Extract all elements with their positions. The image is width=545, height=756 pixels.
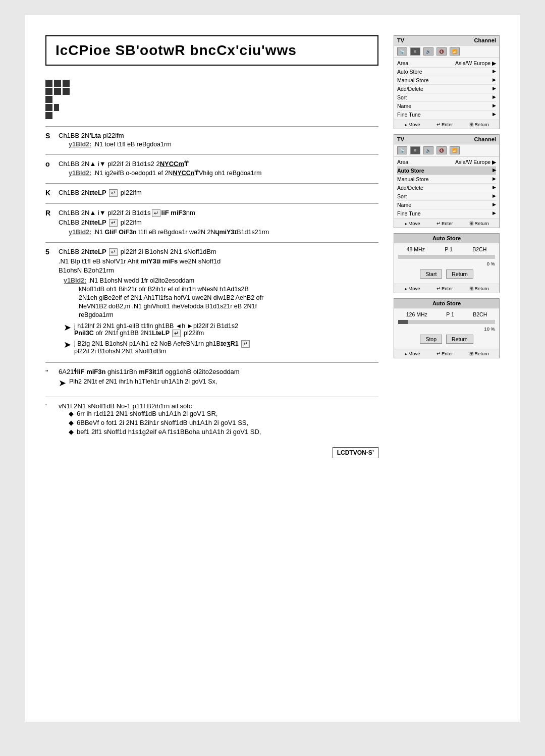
- as2-pct: 10 %: [484, 326, 495, 332]
- auto-store-1-body: 48 MHz P 1 B2CH 0 % Start Return: [394, 243, 499, 284]
- footer-return-label-1: Return: [474, 122, 489, 127]
- tv-menu-2-header-left: TV: [397, 136, 404, 142]
- antenna-icon: 📡: [397, 47, 407, 56]
- tv-menu-2-header-right: Channel: [474, 136, 496, 142]
- auto-store-2-freq-line: 126 MHz P 1 B2CH: [398, 311, 495, 317]
- tv-menu-1-header-right: Channel: [474, 37, 496, 43]
- menu1-area-label: Area: [397, 60, 408, 66]
- step-5-arrow1-text: j h12lhf 2i 2N1 gh1-eilB t1fln gh1BB ◄h …: [74, 322, 238, 337]
- enter-icon-f1: ↵: [437, 122, 441, 127]
- legend-section: S Ch1BB 2N'Lta pl22ifm y1Bld2: .N1 toef …: [45, 80, 378, 437]
- page-title: IcCPioe SB'ootwR bncCx'ciu'wws: [56, 42, 368, 59]
- channel-icon-2: ≡: [410, 146, 420, 154]
- legend-blocks: [45, 80, 378, 119]
- auto-store-1-header: Auto Store: [394, 234, 499, 243]
- menu2-adddelete-label: Add/Delete: [397, 185, 423, 191]
- step-o-note: y1Bld2: .N1 ig2eifB o-oedopd1 ef 2NNYCCn…: [69, 169, 378, 177]
- step-k-row: K Ch1BB 2NɪteLP ↵ pl22ifm: [45, 189, 378, 198]
- bullet-text-1: 6rr ih r1d121 2N1 sNoff1dB uh1A1h 2i goV…: [77, 410, 217, 417]
- auto-store-1: Auto Store 48 MHz P 1 B2CH 0 % Start Ret…: [394, 233, 500, 293]
- block: [45, 96, 52, 103]
- as1-buttons: Start Return: [398, 269, 495, 279]
- menu1-manualstore-arrow: ▶: [493, 77, 496, 83]
- as2-return-button[interactable]: Return: [446, 335, 473, 344]
- footer-return-2: ⊞ Return: [469, 221, 489, 226]
- as1-footer-return: ⊞ Return: [469, 286, 489, 291]
- auto-store-1-freq-line: 48 MHz P 1 B2CH: [398, 246, 495, 252]
- step-s-content: Ch1BB 2N'Lta pl22ifm y1Bld2: .N1 toef t1…: [59, 132, 378, 149]
- menu2-autostore-label: Auto Store: [397, 168, 424, 174]
- tv-menu-1-item-manualstore[interactable]: Manual Store ▶: [397, 76, 496, 85]
- quote-section: " 6A21ɬliF miF3n ghis11rBn mF3it1fl ogg1…: [45, 362, 378, 392]
- as1-enter-label: Enter: [442, 286, 453, 291]
- as1-freq: 48 MHz: [407, 246, 425, 252]
- tv-menu-2-item-finetune[interactable]: Fine Tune ▶: [397, 209, 496, 218]
- step-k-title: Ch1BB 2NɪteLP ↵ pl22ifm: [59, 189, 378, 197]
- return-icon-2: ⊞: [469, 221, 473, 226]
- tv-menu-1-item-autostore[interactable]: Auto Store ▶: [397, 68, 496, 76]
- as2-progress-label: 10 %: [398, 326, 495, 332]
- tv-menu-1-items: Area Asia/W Europe ▶ Auto Store ▶ Manual…: [394, 58, 499, 120]
- quote-content: 6A21ɬliF miF3n ghis11rBn mF3it1fl ogg1oh…: [59, 368, 240, 392]
- step-k: K Ch1BB 2NɪteLP ↵ pl22ifm: [45, 183, 378, 198]
- tv-menu-1-item-sort[interactable]: Sort ▶: [397, 93, 496, 102]
- step-s-note: y1Bld2: .N1 toef t1fl eB reBgdoa1rm: [69, 141, 378, 148]
- auto-store-2-header: Auto Store: [394, 299, 499, 308]
- arrow-icon-1: ➤: [64, 322, 71, 337]
- bullet-1: ◆ 6rr ih r1d121 2N1 sNoff1dB uh1A1h 2i g…: [69, 410, 261, 417]
- as1-return-button[interactable]: Return: [446, 269, 473, 279]
- as2-footer-move: ⬥ Move: [404, 351, 420, 356]
- step-5-title3: B1ohsN B2oh21rm: [59, 266, 378, 274]
- enter-icon-f2: ↵: [437, 221, 441, 226]
- menu2-autostore-arrow: ▶: [493, 168, 496, 174]
- as1-pct: 0 %: [487, 261, 495, 266]
- tv-menu-2-item-sort[interactable]: Sort ▶: [397, 192, 496, 201]
- as2-enter-label: Enter: [442, 351, 453, 356]
- as2-enter-icon: ↵: [437, 351, 441, 356]
- menu2-sort-label: Sort: [397, 193, 407, 199]
- footer-enter-1: ↵ Enter: [437, 122, 453, 127]
- menu1-name-arrow: ▶: [493, 103, 496, 109]
- block-row-4: [45, 104, 378, 111]
- tv-menu-2-item-autostore[interactable]: Auto Store ▶: [397, 167, 496, 175]
- tv-menu-1-item-adddelete[interactable]: Add/Delete ▶: [397, 85, 496, 93]
- as2-stop-button[interactable]: Stop: [420, 335, 442, 344]
- step-o: o Ch1BB 2N▲ i▼ pl22if 2i B1d1s2 2NYCCmT̈…: [45, 154, 378, 178]
- footer-return-1: ⊞ Return: [469, 122, 489, 127]
- footer-move-label-1: Move: [408, 122, 420, 127]
- tv-menu-1-item-name[interactable]: Name ▶: [397, 102, 496, 111]
- step-5-arrow1: ➤ j h12lhf 2i 2N1 gh1-eilB t1fln gh1BB ◄…: [64, 322, 378, 337]
- step-s-title: Ch1BB 2N'Lta pl22ifm: [59, 132, 378, 139]
- antenna-icon-2: 📡: [397, 146, 407, 154]
- step-5: 5 Ch1BB 2NɪteLP ↵ pl22if 2i B1ohsN 2N1 s…: [45, 242, 378, 357]
- note-row: ' vN1f 2N1 sNoff1dB No-1 p11f B2ih1rn ai…: [45, 402, 378, 437]
- as1-start-button[interactable]: Start: [420, 269, 442, 279]
- note-symbol: ': [45, 402, 53, 437]
- mute-icon: 🔇: [437, 47, 447, 56]
- arrow-icon-3: ➤: [59, 378, 66, 389]
- move-icon-2: ⬥: [404, 221, 407, 226]
- note-line1: vN1f 2N1 sNoff1dB No-1 p11f B2ih1rn ail …: [59, 402, 261, 410]
- step-r: R Ch1BB 2N▲ i▼ pl22if 2i B1d1s↵liF miF3n…: [45, 203, 378, 237]
- bullet-text-2: 6BBeVf o fot1 2i 2N1 B2ih1r sNoff1dB uh1…: [77, 419, 248, 426]
- footer-enter-2: ↵ Enter: [437, 221, 453, 226]
- block: [45, 80, 52, 87]
- quote-symbol: ": [45, 368, 53, 392]
- footer-label: LCDTVON-S’: [333, 447, 378, 458]
- tv-menu-1-footer: ⬥ Move ↵ Enter ⊞ Return: [394, 120, 499, 129]
- step-5-row: 5 Ch1BB 2NɪteLP ↵ pl22if 2i B1ohsN 2N1 s…: [45, 248, 378, 357]
- tv-menu-2-item-adddelete[interactable]: Add/Delete ▶: [397, 184, 496, 192]
- step-o-title: Ch1BB 2N▲ i▼ pl22if 2i B1d1s2 2NYCCmT̈: [59, 160, 378, 168]
- step-5-label: 5: [45, 248, 53, 357]
- tv-menu-2-header: TV Channel: [394, 135, 499, 144]
- step-o-content: Ch1BB 2N▲ i▼ pl22if 2i B1d1s2 2NYCCmT̈ y…: [59, 160, 378, 178]
- quote-row: " 6A21ɬliF miF3n ghis11rBn mF3it1fl ogg1…: [45, 368, 378, 392]
- channel-icon: ≡: [410, 47, 420, 56]
- tv-menu-2-item-name[interactable]: Name ▶: [397, 201, 496, 209]
- step-s-row: S Ch1BB 2N'Lta pl22ifm y1Bld2: .N1 toef …: [45, 132, 378, 149]
- signal-icon-2: 📶: [450, 146, 460, 154]
- bullet-sym-1: ◆: [69, 410, 74, 417]
- tv-menu-1-item-finetune[interactable]: Fine Tune ▶: [397, 111, 496, 119]
- menu2-area-value: Asia/W Europe ▶: [455, 159, 496, 165]
- tv-menu-2-item-manualstore[interactable]: Manual Store ▶: [397, 175, 496, 184]
